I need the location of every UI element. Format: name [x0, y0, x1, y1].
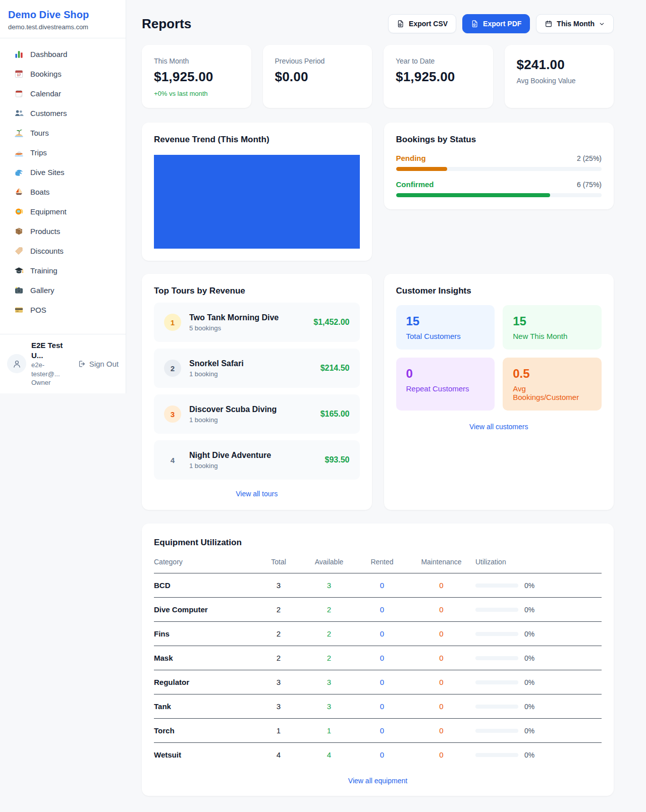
stat-avg-booking-value: $241.00 Avg Booking Value: [505, 45, 614, 108]
bookings-by-status-title: Bookings by Status: [396, 135, 602, 145]
file-download-icon: [397, 20, 405, 28]
equipment-utilization-card: Equipment Utilization Category Total Ava…: [142, 524, 614, 796]
sidebar-item-customers[interactable]: Customers: [0, 103, 126, 123]
user-info: E2E Test U... e2e-tester@... Owner: [31, 340, 73, 387]
table-row: Wetsuit 4 4 0 0 0%: [154, 743, 602, 767]
utilization-bar: [475, 680, 518, 684]
sidebar-item-boats[interactable]: Boats: [0, 182, 126, 202]
stat-previous-period: Previous Period $0.00: [263, 45, 372, 108]
pending-progress-track: [396, 167, 602, 171]
tag-icon: [14, 246, 24, 256]
status-row-confirmed: Confirmed 6 (75%): [396, 180, 602, 197]
utilization-bar: [475, 632, 518, 636]
user-email: e2e-tester@...: [31, 361, 73, 378]
chevron-down-icon: [599, 21, 605, 27]
table-header-row: Category Total Available Rented Maintena…: [154, 558, 602, 573]
revenue-trend-chart: [154, 155, 360, 249]
view-all-tours-link[interactable]: View all tours: [154, 490, 360, 498]
tile-repeat-customers: 0 Repeat Customers: [396, 358, 495, 411]
tour-row: 4 Night Dive Adventure 1 booking $93.50: [154, 440, 360, 480]
sidebar-item-tours[interactable]: Tours: [0, 123, 126, 143]
customer-insights-card: Customer Insights 15 Total Customers 15 …: [384, 274, 614, 510]
table-row: BCD 3 3 0 0 0%: [154, 573, 602, 598]
tour-row: 1 Two Tank Morning Dive 5 bookings $1,45…: [154, 303, 360, 342]
insight-tiles: 15 Total Customers 15 New This Month 0 R…: [396, 305, 602, 411]
sidebar-item-calendar[interactable]: Calendar: [0, 84, 126, 103]
user-panel: E2E Test U... e2e-tester@... Owner Sign …: [0, 334, 126, 393]
table-row: Tank 3 3 0 0 0%: [154, 694, 602, 719]
rank-badge: 3: [164, 405, 181, 423]
brand: Demo Dive Shop demo.test.divestreams.com: [0, 0, 126, 38]
sidebar-item-bookings[interactable]: Bookings: [0, 64, 126, 84]
main-content: Reports Export CSV Export PDF This Month: [126, 0, 646, 812]
stat-cards: This Month $1,925.00 +0% vs last month P…: [142, 45, 614, 108]
equipment-utilization-title: Equipment Utilization: [154, 538, 602, 548]
export-pdf-button[interactable]: Export PDF: [462, 14, 530, 33]
utilization-bar: [475, 584, 518, 588]
credit-card-icon: [14, 305, 24, 315]
sailboat-icon: [14, 187, 24, 197]
rank-badge: 2: [164, 360, 181, 377]
stat-delta: +0% vs last month: [154, 90, 239, 97]
revenue-trend-title: Revenue Trend (This Month): [154, 135, 360, 145]
utilization-bar: [475, 753, 518, 757]
sidebar-item-pos[interactable]: POS: [0, 300, 126, 320]
user-name: E2E Test U...: [31, 340, 73, 361]
insights-row: Top Tours by Revenue 1 Two Tank Morning …: [142, 274, 614, 510]
table-row: Dive Computer 2 2 0 0 0%: [154, 598, 602, 622]
table-row: Fins 2 2 0 0 0%: [154, 622, 602, 646]
tour-row: 2 Snorkel Safari 1 booking $214.50: [154, 349, 360, 388]
sidebar-item-equipment[interactable]: Equipment: [0, 202, 126, 221]
tour-row: 3 Discover Scuba Diving 1 booking $165.0…: [154, 394, 360, 434]
period-dropdown[interactable]: This Month: [536, 14, 614, 33]
top-tours-card: Top Tours by Revenue 1 Two Tank Morning …: [142, 274, 372, 510]
table-row: Mask 2 2 0 0 0%: [154, 646, 602, 670]
pending-progress-fill: [396, 167, 448, 171]
sidebar-item-trips[interactable]: Trips: [0, 143, 126, 162]
tile-avg-bookings: 0.5 Avg Bookings/Customer: [503, 358, 602, 411]
customer-insights-title: Customer Insights: [396, 286, 602, 296]
charts-row: Revenue Trend (This Month) Bookings by S…: [142, 123, 614, 261]
sidebar-nav: Dashboard Bookings Calendar Customers To…: [0, 38, 126, 320]
header-actions: Export CSV Export PDF This Month: [388, 14, 614, 33]
rank-badge: 1: [164, 314, 181, 331]
export-csv-button[interactable]: Export CSV: [388, 14, 456, 33]
utilization-bar: [475, 656, 518, 660]
sidebar-item-dashboard[interactable]: Dashboard: [0, 44, 126, 64]
stat-year-to-date: Year to Date $1,925.00: [384, 45, 493, 108]
sidebar-item-discounts[interactable]: Discounts: [0, 241, 126, 261]
sign-out-button[interactable]: Sign Out: [78, 360, 119, 368]
sidebar-item-products[interactable]: Products: [0, 221, 126, 241]
rank-badge: 4: [164, 451, 181, 469]
shop-name: Demo Dive Shop: [8, 9, 118, 21]
diving-mask-icon: [14, 207, 24, 216]
stat-this-month: This Month $1,925.00 +0% vs last month: [142, 45, 251, 108]
page-title: Reports: [142, 16, 191, 32]
file-download-icon: [471, 20, 479, 28]
tile-new-this-month: 15 New This Month: [503, 305, 602, 350]
view-all-equipment-link[interactable]: View all equipment: [154, 777, 602, 785]
island-icon: [14, 128, 24, 138]
sidebar-item-dive-sites[interactable]: Dive Sites: [0, 162, 126, 182]
view-all-customers-link[interactable]: View all customers: [396, 423, 602, 431]
sidebar-item-training[interactable]: Training: [0, 261, 126, 280]
wave-icon: [14, 167, 24, 177]
person-icon: [12, 359, 22, 369]
bar-chart-icon: [14, 49, 24, 59]
graduation-cap-icon: [14, 266, 24, 275]
equipment-table: Category Total Available Rented Maintena…: [154, 558, 602, 767]
sidebar-item-gallery[interactable]: Gallery: [0, 280, 126, 300]
tile-total-customers: 15 Total Customers: [396, 305, 495, 350]
shop-domain: demo.test.divestreams.com: [8, 23, 118, 31]
reports-page: Demo Dive Shop demo.test.divestreams.com…: [0, 0, 646, 812]
table-row: Torch 1 1 0 0 0%: [154, 719, 602, 743]
spiral-calendar-icon: [14, 89, 24, 98]
sidebar: Demo Dive Shop demo.test.divestreams.com…: [0, 0, 126, 393]
revenue-trend-card: Revenue Trend (This Month): [142, 123, 372, 261]
people-icon: [14, 108, 24, 118]
topbar: Reports Export CSV Export PDF This Month: [142, 14, 614, 33]
calendar-17-icon: [14, 69, 24, 79]
utilization-bar: [475, 608, 518, 612]
speedboat-icon: [14, 148, 24, 157]
camera-icon: [14, 285, 24, 295]
